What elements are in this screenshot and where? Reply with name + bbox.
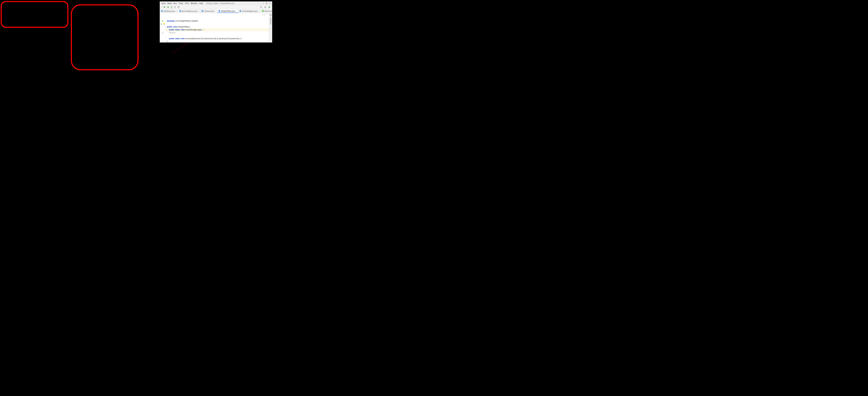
close-icon[interactable]: ×	[176, 10, 177, 12]
menu-refactor[interactable]: actor	[161, 2, 166, 4]
inspection-count: 1	[264, 13, 265, 16]
close-icon[interactable]: ×	[215, 10, 216, 12]
class-icon: C	[218, 10, 220, 12]
svg-marker-23	[269, 6, 270, 8]
annotation-line	[173, 42, 191, 52]
up-down-icon: ˄ ˅	[266, 13, 268, 16]
tab-electronic110[interactable]: I Electronic110	[261, 9, 272, 13]
menu-vcs[interactable]: VCS	[184, 2, 190, 4]
svg-point-14	[265, 7, 266, 7]
inspection-widget[interactable]: ✔ 1 ˄ ˅	[262, 13, 268, 16]
tab-label: HairDryer.java	[163, 10, 175, 12]
class-icon: C	[179, 10, 181, 12]
toolbar	[160, 5, 272, 9]
class-icon: C	[202, 10, 203, 12]
menu-items: actor Build Run Tools VCS Window Help	[161, 2, 204, 4]
override-gutter-icon[interactable]: ◎	[160, 31, 166, 34]
code-line: //콘센트	[167, 32, 176, 34]
svg-line-11	[175, 7, 176, 7]
close-button[interactable]	[269, 2, 271, 4]
annotation-rect-2	[71, 4, 138, 70]
run-gutter-icon[interactable]: ▶	[160, 20, 166, 22]
class-icon: C	[161, 10, 163, 12]
tab-airconditioner[interactable]: C AirConditioner.java ×	[178, 9, 200, 13]
class-icon: C	[239, 10, 241, 12]
annotation-rect-1	[1, 1, 68, 28]
menu-help[interactable]: Help	[198, 2, 204, 4]
svg-line-22	[265, 7, 265, 8]
maximize-button[interactable]	[266, 2, 268, 4]
code-line-highlighted: public static void main(String[] args){.…	[166, 28, 269, 31]
svg-marker-4	[164, 6, 165, 8]
tab-hairdryer[interactable]: C HairDryer.java ×	[160, 9, 178, 13]
tab-label: Cleaner.java	[204, 10, 214, 12]
database-toolwindow-label[interactable]: Database	[270, 18, 272, 24]
minimize-button[interactable]	[262, 2, 265, 4]
right-tool-stripe: Database	[269, 13, 272, 42]
menu-window[interactable]: Window	[190, 2, 198, 4]
svg-line-21	[266, 6, 266, 7]
tab-label: SocketAdapter.java	[242, 10, 258, 12]
check-icon: ✔	[262, 13, 264, 16]
code-line	[167, 23, 167, 25]
coverage-button[interactable]	[170, 5, 173, 9]
svg-line-13	[261, 7, 262, 8]
window-title: Design_Pattern - AdapterMain.java	[204, 2, 262, 4]
stop-button[interactable]	[177, 5, 180, 9]
editor-tabs: C HairDryer.java × C AirConditioner.java…	[160, 9, 272, 13]
menu-run[interactable]: Run	[173, 2, 178, 4]
svg-point-5	[167, 7, 168, 8]
database-icon[interactable]	[270, 14, 272, 16]
close-icon[interactable]: ×	[259, 10, 259, 12]
tab-cleaner[interactable]: C Cleaner.java ×	[200, 9, 217, 13]
tab-label: AirConditioner.java	[182, 10, 197, 12]
code-line: package com.designPattern.adapter;	[167, 20, 198, 22]
interface-icon: I	[262, 10, 264, 12]
debug-button[interactable]	[166, 5, 169, 9]
tab-label: AdapterMain.java	[221, 10, 235, 12]
close-icon[interactable]: ×	[236, 10, 237, 12]
ide-window: actor Build Run Tools VCS Window Help De…	[160, 1, 272, 42]
gutter: ▶ ▶ 💡 ◎	[160, 13, 166, 42]
svg-point-24	[270, 14, 271, 15]
tab-adaptermain[interactable]: C AdapterMain.java ×	[217, 9, 238, 13]
canvas: actor Build Run Tools VCS Window Help De…	[0, 0, 273, 108]
search-icon[interactable]	[259, 5, 262, 9]
code-area[interactable]: ✔ 1 ˄ ˅ package com.designPattern.adapte…	[166, 13, 269, 42]
tab-label: Electronic110	[265, 10, 272, 12]
menu-build[interactable]: Build	[166, 2, 173, 4]
svg-rect-1	[266, 3, 267, 4]
code-line: public static void connect(Electronic110…	[167, 37, 242, 39]
code-line: public class AdapterMain {	[167, 26, 190, 28]
svg-line-20	[266, 7, 266, 8]
code-line: }	[167, 40, 167, 42]
window-controls	[262, 2, 271, 4]
close-icon[interactable]: ×	[198, 10, 199, 12]
chevron-down-icon[interactable]	[161, 5, 163, 9]
code-line	[167, 35, 167, 37]
run-button[interactable]	[163, 5, 166, 9]
svg-line-19	[265, 6, 265, 7]
gear-icon[interactable]	[264, 5, 267, 9]
svg-point-12	[260, 6, 261, 7]
run-anything-button[interactable]	[268, 5, 271, 9]
editor: ▶ ▶ 💡 ◎ ✔ 1 ˄ ˅ package com.designPatter…	[160, 13, 272, 42]
menu-bar: actor Build Run Tools VCS Window Help De…	[160, 2, 272, 5]
menu-tools[interactable]: Tools	[178, 2, 184, 4]
profile-button[interactable]	[174, 5, 177, 9]
tab-socketadapter[interactable]: C SocketAdapter.java ×	[238, 9, 261, 13]
